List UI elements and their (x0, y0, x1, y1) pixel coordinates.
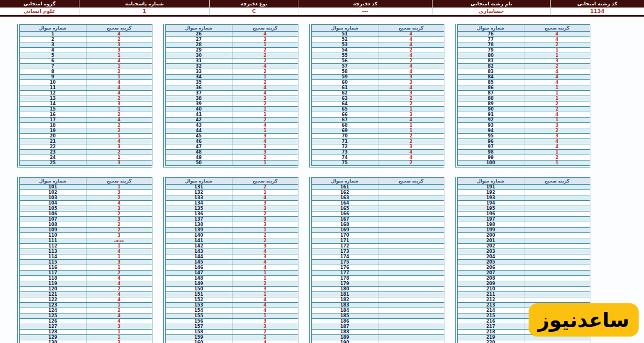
correct-answer-cell: 1 (524, 91, 590, 96)
question-number-cell: 16 (20, 112, 86, 118)
question-number-cell: 30 (166, 53, 232, 59)
correct-answer-cell (524, 190, 590, 195)
question-number-cell: 87 (458, 91, 524, 96)
answer-row: 1312 (166, 185, 298, 190)
question-number-cell: 118 (20, 276, 86, 281)
correct-answer-cell (524, 206, 590, 211)
correct-answer-header: گزینه صحیح (524, 178, 590, 185)
correct-answer-cell (378, 238, 444, 244)
question-number-cell: 44 (166, 128, 232, 134)
question-number-cell: 20 (20, 134, 86, 139)
question-number-cell: 38 (166, 96, 232, 101)
question-number-cell: 95 (458, 134, 524, 139)
answer-row: 1281 (20, 330, 152, 335)
question-number-cell: 161 (312, 185, 378, 190)
question-number-cell: 15 (20, 107, 86, 112)
correct-answer-cell: 4 (86, 319, 152, 324)
answer-row: 332 (166, 69, 298, 75)
answer-row: 974 (458, 144, 590, 150)
question-number-cell: 49 (166, 155, 232, 160)
booklet-type-label: نوع دفترچه (209, 0, 298, 8)
answer-row: 82 (20, 69, 152, 75)
question-number-cell: 53 (312, 42, 378, 48)
question-number-cell: 54 (312, 48, 378, 53)
exam-name-value: حسابداری (432, 8, 550, 15)
answer-row: 992 (458, 155, 590, 160)
answer-row: 186 (312, 319, 444, 324)
question-number-cell: 116 (20, 265, 86, 271)
correct-answer-cell: 2 (86, 150, 152, 155)
question-number-cell: 191 (458, 185, 524, 190)
correct-answer-cell: 4 (86, 249, 152, 254)
correct-answer-cell: 2 (86, 112, 152, 118)
question-number-cell: 61 (312, 85, 378, 91)
question-number-cell: 22 (20, 144, 86, 150)
question-number-cell: 183 (312, 303, 378, 308)
answer-row: 104 (20, 80, 152, 85)
correct-answer-cell: 3 (86, 206, 152, 211)
answer-row: 524 (312, 37, 444, 42)
question-number-cell: 11 (20, 85, 86, 91)
correct-answer-cell: 2 (378, 96, 444, 101)
question-number-cell: 180 (312, 287, 378, 292)
answer-row: 151 (20, 107, 152, 112)
correct-answer-cell: 4 (232, 303, 298, 308)
correct-answer-cell: 3 (232, 324, 298, 330)
question-number-cell: 174 (312, 254, 378, 260)
answer-row: 1273 (20, 324, 152, 330)
correct-answer-cell: 1 (232, 313, 298, 319)
correct-answer-cell: 3 (524, 123, 590, 128)
correct-answer-cell (378, 195, 444, 201)
question-number-header: شماره سوال (458, 178, 524, 185)
question-number-cell: 137 (166, 217, 232, 222)
answer-row: 273 (166, 37, 298, 42)
answer-row: 1121 (20, 244, 152, 249)
question-number-cell: 6 (20, 59, 86, 64)
question-number-cell: 126 (20, 319, 86, 324)
answer-row: 302 (166, 53, 298, 59)
answer-row: 1172 (20, 271, 152, 276)
question-number-cell: 62 (312, 91, 378, 96)
correct-answer-cell (378, 190, 444, 195)
question-number-cell: 1 (20, 32, 86, 37)
answer-row: 953 (458, 134, 590, 139)
correct-answer-cell (524, 265, 590, 271)
answer-row: 1334 (166, 195, 298, 201)
question-number-cell: 215 (458, 313, 524, 319)
answer-row: 1551 (166, 313, 298, 319)
question-number-cell: 144 (166, 254, 232, 260)
correct-answer-cell (524, 281, 590, 287)
watermark-text: ساعدنیوز (538, 309, 629, 332)
correct-answer-cell: 2 (86, 308, 152, 313)
answer-row: 473 (166, 144, 298, 150)
answer-row: 1464 (166, 265, 298, 271)
correct-answer-cell: 4 (86, 32, 152, 37)
question-number-cell: 110 (20, 233, 86, 238)
question-number-cell: 3 (20, 42, 86, 48)
question-number-cell: 176 (312, 265, 378, 271)
question-number-cell: 12 (20, 91, 86, 96)
answer-row: 64 (20, 59, 152, 64)
correct-answer-cell: 1 (86, 75, 152, 80)
answer-table-q51-75: شماره سوال گزینه صحیح 514524534542554562… (309, 24, 444, 167)
correct-answer-cell: 4 (378, 155, 444, 160)
correct-answer-cell (378, 287, 444, 292)
question-number-cell: 71 (312, 139, 378, 144)
question-number-cell: 172 (312, 244, 378, 249)
answer-row: 182 (312, 297, 444, 303)
question-number-cell: 90 (458, 107, 524, 112)
question-number-cell: 34 (166, 75, 232, 80)
question-number-cell: 194 (458, 201, 524, 206)
correct-answer-cell: 2 (378, 59, 444, 64)
correct-answer-header: گزینه صحیح (378, 178, 444, 185)
correct-answer-cell: 2 (86, 123, 152, 128)
answer-row: 534 (312, 42, 444, 48)
answer-row: 434 (166, 123, 298, 128)
question-number-cell: 13 (20, 96, 86, 101)
correct-answer-cell: 2 (524, 42, 590, 48)
correct-answer-cell (378, 233, 444, 238)
correct-answer-cell: 2 (86, 222, 152, 228)
correct-answer-cell: 3 (232, 206, 298, 211)
correct-answer-cell: 4 (232, 308, 298, 313)
answer-sheet-number-label: شماره پاسخنامه (79, 0, 209, 8)
